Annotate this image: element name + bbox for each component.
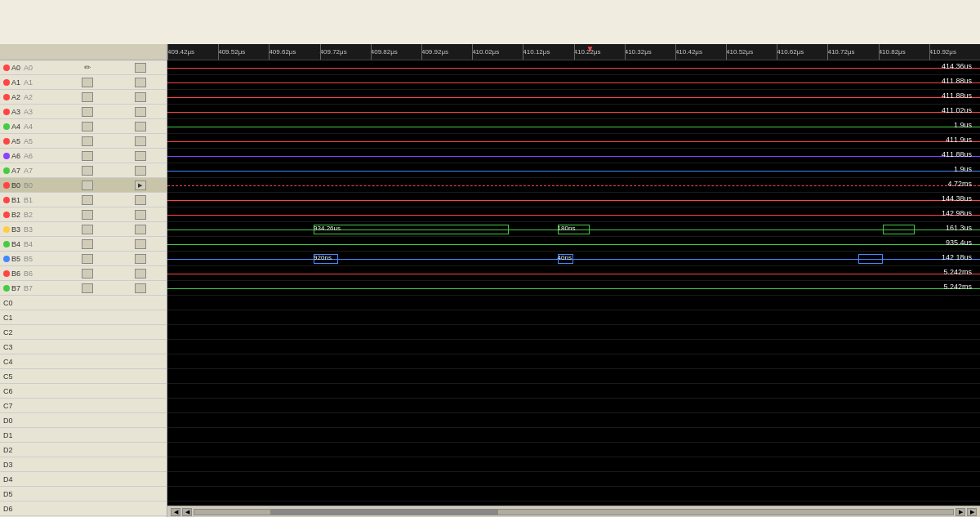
timing-value-a3: 411.02us [942, 106, 972, 114]
signal-row-a2[interactable]: A2A2 [0, 90, 167, 105]
filter-box-a5[interactable] [135, 136, 146, 146]
filter-box-a4[interactable] [135, 122, 146, 131]
filter-box-a7[interactable] [135, 166, 146, 176]
signal-row-d2[interactable]: D2 [0, 443, 167, 457]
filter-box-b1[interactable] [135, 195, 146, 205]
signal-label-a3: A3 [11, 108, 20, 116]
signal-sub-a0: A0 [24, 64, 33, 72]
signal-label-b4: B4 [11, 240, 20, 248]
signal-row-d5[interactable]: D5 [0, 487, 167, 501]
signal-row-b0[interactable]: B0B0▶ [0, 178, 167, 193]
signal-color-a4 [3, 123, 10, 130]
filter-box-b3[interactable] [135, 225, 146, 234]
trigger-box-a7[interactable] [82, 166, 93, 176]
signal-filter-col-b4 [114, 239, 167, 249]
wave-row-empty-4 [167, 354, 980, 369]
signal-row-a6[interactable]: A6A6 [0, 149, 167, 163]
trigger-box-b5[interactable] [82, 254, 93, 264]
signal-row-b3[interactable]: B3B3 [0, 222, 167, 237]
signal-row-a3[interactable]: A3A3 [0, 105, 167, 119]
bottom-scrollbar[interactable]: ◀ ◀ ▶ ▶ [167, 506, 980, 517]
signal-color-b6 [3, 270, 10, 277]
filter-box-a6[interactable] [135, 151, 146, 161]
signal-row-b5[interactable]: B5B5 [0, 252, 167, 266]
signal-row-a7[interactable]: A7A7 [0, 163, 167, 178]
signal-label-d4: D4 [3, 475, 13, 484]
signal-label-d1: D1 [3, 431, 13, 439]
scroll-prev-btn[interactable]: ◀ [182, 508, 192, 516]
timing-value-a6: 411.88us [942, 150, 972, 158]
trigger-pencil-a0[interactable]: ✏ [82, 63, 93, 73]
signal-row-b4[interactable]: B4B4 [0, 237, 167, 252]
signal-row-b1[interactable]: B1B1 [0, 193, 167, 207]
timeline-label-9: 410.32μs [625, 48, 652, 56]
signal-label-b1: B1 [11, 196, 20, 204]
signal-row-b7[interactable]: B7B7 [0, 281, 167, 296]
trigger-box-a5[interactable] [82, 136, 93, 146]
signal-row-b6[interactable]: B6B6 [0, 266, 167, 281]
filter-box-b6[interactable] [135, 269, 146, 279]
scrollbar-track[interactable] [194, 509, 954, 515]
scroll-left-btn[interactable]: ◀ [171, 508, 180, 516]
signal-row-a0[interactable]: A0A0✏ [0, 60, 167, 75]
signal-filter-col-a6 [114, 151, 167, 161]
wave-row-a2: 411.88us [167, 90, 980, 105]
trigger-box-b3[interactable] [82, 225, 93, 234]
signal-row-c4[interactable]: C4 [0, 354, 167, 369]
signal-row-c1[interactable]: C1 [0, 310, 167, 325]
signal-row-a1[interactable]: A1A1 [0, 75, 167, 90]
filter-box-a1[interactable] [135, 78, 146, 87]
filter-box-b5[interactable] [135, 254, 146, 264]
filter-box-b4[interactable] [135, 239, 146, 249]
signal-row-c0[interactable]: C0 [0, 296, 167, 310]
trigger-box-a4[interactable] [82, 122, 93, 131]
wave-line-a5 [167, 141, 980, 142]
trigger-box-a2[interactable] [82, 92, 93, 102]
timeline-marker-12 [777, 44, 777, 60]
timing-value-b5: 142.18us [942, 253, 972, 261]
signal-row-c5[interactable]: C5 [0, 369, 167, 384]
signal-bus-col-b0: B0B0 [0, 181, 61, 189]
trigger-box-a3[interactable] [82, 107, 93, 117]
trigger-box-a1[interactable] [82, 78, 93, 87]
filter-box-a2[interactable] [135, 92, 146, 102]
scroll-right-btn[interactable]: ▶ [967, 508, 977, 516]
signal-row-d0[interactable]: D0 [0, 413, 167, 428]
filter-box-b0[interactable]: ▶ [135, 181, 146, 190]
signal-label-b6: B6 [11, 270, 20, 278]
filter-box-a0[interactable] [135, 63, 146, 73]
signal-trigger-col-b0 [61, 181, 114, 190]
signal-label-a6: A6 [11, 152, 20, 160]
signal-row-d1[interactable]: D1 [0, 428, 167, 443]
signal-sub-a5: A5 [24, 137, 33, 145]
signal-row-c7[interactable]: C7 [0, 399, 167, 413]
filter-box-a3[interactable] [135, 107, 146, 117]
signal-sub-b3: B3 [24, 225, 33, 234]
signal-color-a0 [3, 65, 10, 71]
trigger-box-b0[interactable] [82, 181, 93, 190]
trigger-box-b7[interactable] [82, 283, 93, 293]
trigger-box-a6[interactable] [82, 151, 93, 161]
trigger-box-b2[interactable] [82, 210, 93, 220]
trigger-box-b4[interactable] [82, 239, 93, 249]
scroll-next-btn[interactable]: ▶ [956, 508, 965, 516]
signal-row-c6[interactable]: C6 [0, 384, 167, 399]
signal-panel-header [0, 44, 167, 60]
signal-row-c2[interactable]: C2 [0, 325, 167, 340]
signal-label-b5: B5 [11, 255, 20, 263]
signal-row-d4[interactable]: D4 [0, 472, 167, 487]
trigger-box-b6[interactable] [82, 269, 93, 279]
signal-row-c3[interactable]: C3 [0, 340, 167, 354]
trigger-box-b1[interactable] [82, 195, 93, 205]
signal-row-a4[interactable]: A4A4 [0, 119, 167, 134]
filter-box-b2[interactable] [135, 210, 146, 220]
signal-label-d5: D5 [3, 490, 13, 498]
signal-row-a5[interactable]: A5A5 [0, 134, 167, 149]
wave-row-b0: 4.72ms [167, 178, 980, 193]
timeline-label-10: 410.42μs [675, 48, 702, 56]
signal-row-b2[interactable]: B2B2 [0, 207, 167, 222]
signal-row-d6[interactable]: D6 [0, 501, 167, 516]
signal-row-d3[interactable]: D3 [0, 457, 167, 472]
filter-box-b7[interactable] [135, 283, 146, 293]
signal-trigger-col-b3 [61, 225, 114, 234]
